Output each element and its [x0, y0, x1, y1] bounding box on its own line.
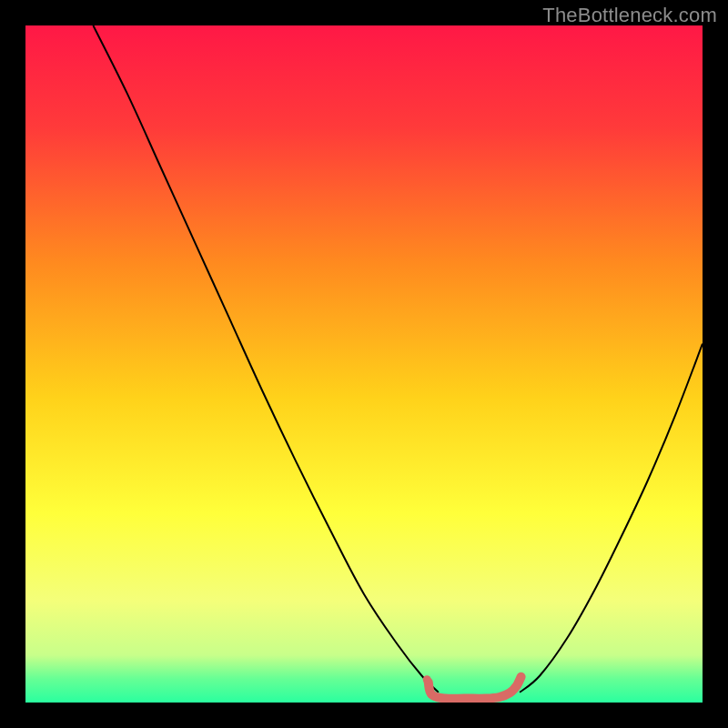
gradient-background: [25, 25, 703, 703]
watermark-text: TheBottleneck.com: [542, 4, 717, 27]
optimal-dot: [423, 675, 431, 683]
chart-frame: TheBottleneck.com: [0, 0, 728, 728]
bottleneck-chart: [25, 25, 703, 703]
plot-area: [25, 25, 703, 703]
